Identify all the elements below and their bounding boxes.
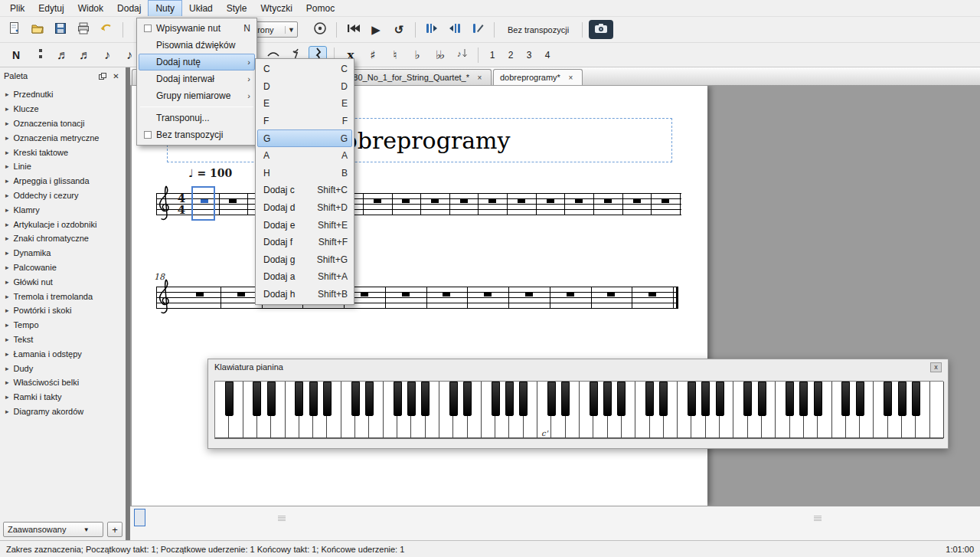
- menu-układ[interactable]: Układ: [182, 0, 220, 16]
- palette-item-tekst[interactable]: ▸Tekst: [0, 333, 126, 347]
- new-score-button[interactable]: [5, 20, 24, 40]
- undock-icon[interactable]: [96, 71, 108, 81]
- close-icon[interactable]: ×: [566, 73, 576, 83]
- palette-item-kreski-taktowe[interactable]: ▸Kreski taktowe: [0, 145, 126, 159]
- whole-rest[interactable]: [547, 199, 554, 203]
- black-key-asharp-35[interactable]: [716, 382, 724, 416]
- whole-rest[interactable]: [402, 293, 410, 297]
- tab-2[interactable]: dobreprogramy*×: [493, 69, 583, 85]
- black-key-asharp-42[interactable]: [814, 382, 822, 416]
- submenu-item-d[interactable]: DD: [257, 78, 352, 96]
- undo-button[interactable]: [96, 20, 116, 40]
- black-key-csharp-37[interactable]: [743, 382, 752, 416]
- black-key-csharp-30[interactable]: [645, 382, 654, 416]
- submenu-item-dodaj-e[interactable]: Dodaj eShift+E: [257, 216, 352, 234]
- menu-plik[interactable]: Plik: [3, 0, 31, 16]
- tempo-marking[interactable]: ♩ = 100: [188, 167, 232, 179]
- menu-widok[interactable]: Widok: [71, 0, 110, 16]
- flat-button[interactable]: ♭: [408, 46, 426, 64]
- submenu-item-dodaj-d[interactable]: Dodaj dShift+D: [257, 199, 352, 217]
- whole-rest[interactable]: [567, 293, 574, 297]
- navigator-strip[interactable]: [130, 506, 980, 540]
- duration-16th-button[interactable]: ♪: [98, 46, 116, 64]
- black-key-csharp-44[interactable]: [841, 382, 850, 416]
- close-icon[interactable]: ✕: [110, 71, 122, 81]
- menu-item-dodaj-nutę[interactable]: Dodaj nutę›: [139, 54, 255, 70]
- submenu-item-a[interactable]: AA: [257, 147, 352, 165]
- palette-preset-select[interactable]: Zaawansowany ▼: [3, 522, 103, 537]
- palette-item-powtórki-i-skoki[interactable]: ▸Powtórki i skoki: [0, 303, 126, 318]
- palette-item-klamry[interactable]: ▸Klamry: [0, 202, 126, 217]
- black-key-dsharp-10[interactable]: [365, 382, 374, 416]
- open-file-button[interactable]: [28, 20, 47, 40]
- palette-item-palcowanie[interactable]: ▸Palcowanie: [0, 260, 126, 275]
- black-key-gsharp-13[interactable]: [407, 382, 416, 416]
- whole-rest[interactable]: [402, 199, 410, 203]
- black-key-asharp-28[interactable]: [617, 382, 626, 416]
- black-key-dsharp-45[interactable]: [856, 382, 864, 416]
- screenshot-mode-button[interactable]: [589, 20, 613, 39]
- play-repeats-toggle[interactable]: [422, 20, 442, 40]
- submenu-item-f[interactable]: FF: [257, 113, 352, 130]
- pan-playback-button[interactable]: [310, 20, 330, 40]
- concert-pitch-button[interactable]: Bez transpozycji: [501, 22, 576, 38]
- whole-rest[interactable]: [604, 199, 612, 203]
- palette-item-znaki-chromatyczne[interactable]: ▸Znaki chromatyczne: [0, 231, 126, 246]
- submenu-item-dodaj-f[interactable]: Dodaj fShift+F: [257, 234, 352, 251]
- palette-item-tempo[interactable]: ▸Tempo: [0, 318, 126, 333]
- palette-item-oddechy-i-cezury[interactable]: ▸Oddechy i cezury: [0, 188, 126, 203]
- menu-item-pisownia-dźwięków[interactable]: Pisownia dźwięków: [139, 37, 255, 54]
- duration-64th-button[interactable]: ♬: [54, 46, 72, 64]
- black-key-asharp-49[interactable]: [912, 382, 920, 416]
- voice-1-button[interactable]: 1: [485, 46, 499, 64]
- submenu-item-dodaj-g[interactable]: Dodaj gShift+G: [257, 251, 352, 269]
- whole-rest[interactable]: [484, 293, 492, 297]
- whole-rest[interactable]: [460, 199, 468, 203]
- black-key-dsharp-24[interactable]: [561, 382, 570, 416]
- whole-rest[interactable]: [607, 293, 615, 297]
- whole-rest[interactable]: [633, 199, 641, 203]
- menu-item-transponuj-[interactable]: Transponuj...: [139, 110, 255, 126]
- voice-4-button[interactable]: 4: [541, 46, 554, 64]
- black-key-fsharp-40[interactable]: [786, 382, 794, 416]
- whole-rest[interactable]: [662, 199, 669, 203]
- duration-32nd-button[interactable]: ♬: [76, 46, 94, 64]
- palette-item-tremola-i-tremolanda[interactable]: ▸Tremola i tremolanda: [0, 289, 126, 303]
- menu-nuty[interactable]: Nuty: [148, 0, 182, 16]
- menu-item-bez-transpozycji[interactable]: Bez transpozycji: [139, 126, 255, 143]
- menu-edytuj[interactable]: Edytuj: [31, 0, 70, 16]
- black-key-gsharp-20[interactable]: [505, 382, 514, 416]
- edit-mode-toggle[interactable]: [468, 20, 488, 40]
- palette-item-klucze[interactable]: ▸Klucze: [0, 102, 126, 116]
- sharp-button[interactable]: ♯: [364, 46, 382, 64]
- palette-item-oznaczenia-metryczne[interactable]: ▸Oznaczenia metryczne: [0, 130, 126, 145]
- whole-rest[interactable]: [196, 293, 204, 297]
- submenu-item-dodaj-a[interactable]: Dodaj aShift+A: [257, 268, 352, 286]
- palette-item-dudy[interactable]: ▸Dudy: [0, 361, 126, 375]
- menu-item-dodaj-interwał[interactable]: Dodaj interwał›: [139, 70, 255, 87]
- rewind-button[interactable]: [343, 20, 363, 40]
- palette-item-oznaczenia-tonacji[interactable]: ▸Oznaczenia tonacji: [0, 116, 126, 131]
- menu-pomoc[interactable]: Pomoc: [299, 0, 341, 16]
- palette-item-przednutki[interactable]: ▸Przednutki: [0, 87, 126, 102]
- submenu-item-c[interactable]: CC: [257, 61, 352, 78]
- play-button[interactable]: ▶: [366, 20, 386, 40]
- black-key-gsharp-34[interactable]: [701, 382, 710, 416]
- palette-item-główki-nut[interactable]: ▸Główki nut: [0, 274, 126, 289]
- loop-playback-button[interactable]: ↺: [389, 20, 409, 40]
- flip-direction-button[interactable]: ♪: [452, 46, 471, 64]
- black-key-dsharp-3[interactable]: [267, 382, 276, 416]
- black-key-fsharp-33[interactable]: [688, 382, 696, 416]
- menu-style[interactable]: Style: [220, 0, 254, 16]
- black-key-asharp-21[interactable]: [519, 382, 528, 416]
- black-key-dsharp-38[interactable]: [758, 382, 766, 416]
- black-key-fsharp-12[interactable]: [394, 382, 402, 416]
- whole-rest[interactable]: [443, 293, 450, 297]
- close-icon[interactable]: x: [930, 362, 942, 372]
- save-button[interactable]: [51, 20, 70, 40]
- black-key-dsharp-31[interactable]: [659, 382, 668, 416]
- add-palette-button[interactable]: +: [107, 522, 122, 537]
- white-key-c-51[interactable]: [930, 382, 944, 438]
- natural-button[interactable]: ♮: [386, 46, 404, 64]
- black-key-asharp-14[interactable]: [421, 382, 430, 416]
